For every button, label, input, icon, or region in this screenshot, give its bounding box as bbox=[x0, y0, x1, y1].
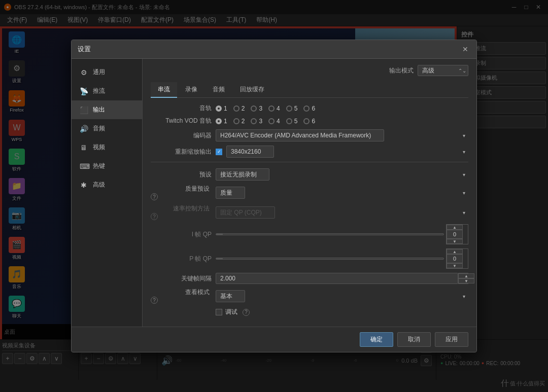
nav-item-video[interactable]: 🖥 视频 bbox=[72, 138, 142, 157]
twitch-radio-2-label: 2 bbox=[242, 118, 245, 125]
nav-label-stream: 推流 bbox=[93, 87, 105, 95]
output-mode-select[interactable]: 高级 bbox=[418, 65, 468, 76]
debug-help-icon[interactable]: ? bbox=[243, 309, 250, 316]
quality-preset-label: 质量预设 ? bbox=[151, 185, 212, 200]
debug-checkbox[interactable] bbox=[216, 309, 222, 315]
encoder-select[interactable]: H264/AVC Encoder (AMD Advanced Media Fra… bbox=[216, 129, 384, 141]
audio-track-2[interactable]: 2 bbox=[233, 105, 245, 112]
p-frame-qp-bar[interactable] bbox=[216, 258, 444, 260]
keyframe-up[interactable]: ▲ bbox=[458, 273, 474, 278]
nav-label-hotkey: 热键 bbox=[93, 162, 105, 170]
nav-label-audio: 音频 bbox=[93, 124, 105, 133]
tab-replay[interactable]: 回放缓存 bbox=[233, 82, 271, 98]
video-icon: 🖥 bbox=[80, 144, 88, 152]
keyframe-interval-spinner: ▲ ▼ bbox=[458, 273, 468, 284]
audio-track-4[interactable]: 4 bbox=[268, 105, 280, 112]
twitch-radio-6-dot bbox=[303, 118, 310, 124]
audio-track-6[interactable]: 6 bbox=[303, 105, 315, 112]
twitch-vod-4[interactable]: 4 bbox=[268, 118, 280, 125]
output-mode-row: 输出模式 高级 bbox=[151, 65, 468, 76]
quality-help-circle: ? bbox=[151, 193, 158, 200]
p-frame-qp-down[interactable]: ▼ bbox=[447, 263, 463, 268]
nav-label-advanced: 高级 bbox=[93, 181, 105, 189]
audio-track-1[interactable]: 1 bbox=[216, 105, 227, 112]
settings-content: 输出模式 高级 串流 录像 音频 回放缓存 音轨 bbox=[143, 59, 476, 327]
dialog-footer: 确定 取消 应用 bbox=[72, 327, 476, 352]
encoder-row: 编码器 H264/AVC Encoder (AMD Advanced Media… bbox=[151, 129, 468, 141]
twitch-vod-6[interactable]: 6 bbox=[303, 118, 315, 125]
keyframe-interval-input-group: ▲ ▼ bbox=[216, 273, 468, 284]
confirm-button[interactable]: 确定 bbox=[360, 332, 393, 347]
twitch-radio-5-dot bbox=[286, 118, 292, 124]
radio-1-dot bbox=[216, 105, 222, 112]
radio-4-label: 4 bbox=[277, 105, 280, 112]
radio-3-label: 3 bbox=[259, 105, 262, 112]
keyframe-interval-input[interactable] bbox=[216, 273, 458, 284]
p-frame-qp-spinner: ▲ 0 ▼ bbox=[446, 248, 468, 269]
keyframe-down[interactable]: ▼ bbox=[458, 278, 474, 283]
cancel-button[interactable]: 取消 bbox=[397, 332, 431, 347]
radio-4-dot bbox=[268, 105, 275, 112]
twitch-radio-4-label: 4 bbox=[277, 118, 280, 125]
twitch-radio-3-label: 3 bbox=[259, 118, 262, 125]
dialog-close-button[interactable]: ✕ bbox=[460, 44, 470, 54]
keyframe-interval-label: 关键帧间隔 bbox=[151, 274, 212, 283]
rate-control-select[interactable]: 固定 QP (CQP) bbox=[216, 206, 275, 219]
debug-help-wrapper: ? bbox=[243, 309, 250, 316]
dialog-title: 设置 bbox=[78, 45, 91, 54]
twitch-vod-3[interactable]: 3 bbox=[251, 118, 262, 125]
p-frame-qp-up[interactable]: ▲ bbox=[447, 249, 463, 254]
scan-mode-select[interactable]: 基本 bbox=[216, 290, 245, 302]
preset-select[interactable]: 接近无损录制 bbox=[216, 168, 269, 181]
quality-preset-select-wrapper: 质量 bbox=[216, 187, 468, 199]
scan-mode-help-icon[interactable]: ? bbox=[151, 297, 158, 304]
scan-mode-label: 查看模式 ? bbox=[151, 288, 212, 304]
tab-stream[interactable]: 串流 bbox=[151, 82, 177, 98]
preset-select-wrapper: 接近无损录制 bbox=[216, 168, 468, 181]
p-frame-qp-row: P 帧 QP ▲ 0 ▼ bbox=[151, 248, 468, 269]
radio-5-label: 5 bbox=[294, 105, 298, 112]
twitch-vod-5[interactable]: 5 bbox=[286, 118, 298, 125]
twitch-radio-3-dot bbox=[251, 118, 257, 124]
quality-preset-select[interactable]: 质量 bbox=[216, 187, 245, 199]
quality-preset-help-icon[interactable]: ? bbox=[151, 193, 212, 200]
preset-label: 预设 bbox=[151, 170, 212, 179]
audio-track-5[interactable]: 5 bbox=[286, 105, 298, 112]
rescale-resolution-select[interactable]: 3840x2160 bbox=[226, 146, 274, 158]
debug-checkbox-item[interactable]: 调试 ? bbox=[216, 308, 250, 316]
stream-icon: 📡 bbox=[80, 87, 88, 95]
rescale-checkbox[interactable] bbox=[216, 149, 222, 155]
twitch-radio-6-label: 6 bbox=[312, 118, 315, 125]
twitch-vod-1[interactable]: 1 bbox=[216, 118, 227, 125]
nav-item-general[interactable]: ⚙ 通用 bbox=[72, 63, 142, 82]
twitch-vod-radio-group: 1 2 3 4 bbox=[216, 118, 315, 125]
nav-item-hotkey[interactable]: ⌨ 热键 bbox=[72, 157, 142, 175]
p-frame-qp-value: 0 bbox=[447, 254, 463, 263]
modal-overlay: 设置 ✕ ⚙ 通用 📡 推流 ⬛ 输出 🔊 bbox=[0, 0, 548, 392]
settings-nav: ⚙ 通用 📡 推流 ⬛ 输出 🔊 音频 🖥 视频 bbox=[72, 59, 143, 327]
scan-mode-row: 查看模式 ? 基本 bbox=[151, 288, 468, 304]
rate-control-help-circle: ? bbox=[151, 213, 158, 220]
nav-item-stream[interactable]: 📡 推流 bbox=[72, 82, 142, 100]
rate-control-row: 速率控制方法 ? 固定 QP (CQP) bbox=[151, 204, 468, 220]
nav-item-advanced[interactable]: ✱ 高级 bbox=[72, 175, 142, 194]
rescale-checkbox-item[interactable] bbox=[216, 149, 222, 155]
nav-item-audio[interactable]: 🔊 音频 bbox=[72, 119, 142, 138]
output-icon: ⬛ bbox=[80, 106, 88, 114]
audio-track-row: 音轨 1 2 3 bbox=[151, 104, 468, 113]
tab-record[interactable]: 录像 bbox=[178, 82, 204, 98]
i-frame-qp-up[interactable]: ▲ bbox=[447, 225, 463, 230]
radio-1-label: 1 bbox=[224, 105, 227, 112]
i-frame-qp-bar[interactable] bbox=[216, 233, 444, 235]
audio-track-label: 音轨 bbox=[151, 104, 212, 113]
radio-2-label: 2 bbox=[242, 105, 245, 112]
audio-track-3[interactable]: 3 bbox=[251, 105, 262, 112]
twitch-vod-2[interactable]: 2 bbox=[233, 118, 245, 125]
i-frame-qp-down[interactable]: ▼ bbox=[447, 239, 463, 244]
radio-6-dot bbox=[303, 105, 310, 112]
section-separator bbox=[151, 162, 468, 162]
nav-item-output[interactable]: ⬛ 输出 bbox=[72, 100, 142, 119]
apply-button[interactable]: 应用 bbox=[435, 332, 468, 347]
tab-audio[interactable]: 音频 bbox=[206, 82, 232, 98]
i-frame-qp-value: 0 bbox=[447, 230, 463, 239]
